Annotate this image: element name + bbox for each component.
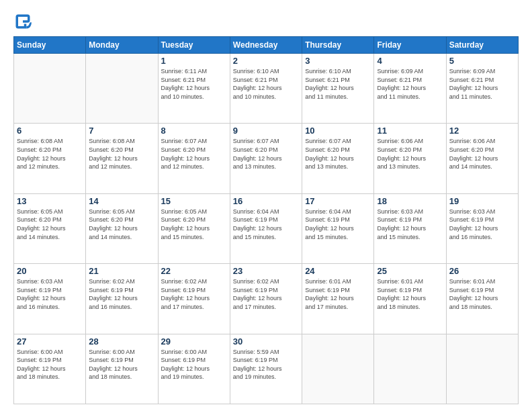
day-number: 26 (449, 266, 515, 276)
day-info: Sunrise: 6:10 AM Sunset: 6:21 PM Dayligh… (305, 67, 371, 101)
calendar-cell (302, 334, 374, 404)
calendar-cell: 6Sunrise: 6:08 AM Sunset: 6:20 PM Daylig… (14, 124, 86, 193)
day-number: 18 (377, 196, 443, 206)
day-number: 7 (89, 126, 154, 136)
calendar-cell: 10Sunrise: 6:07 AM Sunset: 6:20 PM Dayli… (302, 124, 374, 193)
day-number: 5 (449, 56, 515, 66)
day-info: Sunrise: 6:01 AM Sunset: 6:19 PM Dayligh… (449, 277, 515, 311)
calendar-cell: 20Sunrise: 6:03 AM Sunset: 6:19 PM Dayli… (14, 264, 86, 334)
day-number: 28 (89, 336, 154, 347)
calendar-cell: 2Sunrise: 6:10 AM Sunset: 6:21 PM Daylig… (230, 54, 302, 124)
calendar-cell: 15Sunrise: 6:05 AM Sunset: 6:20 PM Dayli… (158, 193, 230, 263)
day-number: 12 (449, 126, 515, 136)
weekday-header-wednesday: Wednesday (230, 37, 302, 54)
calendar-cell: 30Sunrise: 5:59 AM Sunset: 6:19 PM Dayli… (230, 334, 302, 404)
day-number: 25 (377, 266, 443, 276)
calendar-cell: 11Sunrise: 6:06 AM Sunset: 6:20 PM Dayli… (374, 124, 446, 193)
weekday-header-row: SundayMondayTuesdayWednesdayThursdayFrid… (14, 37, 519, 54)
calendar-week-1: 1Sunrise: 6:11 AM Sunset: 6:21 PM Daylig… (14, 54, 519, 124)
day-info: Sunrise: 6:03 AM Sunset: 6:19 PM Dayligh… (17, 277, 83, 311)
day-number: 30 (233, 336, 299, 347)
day-number: 19 (449, 196, 515, 206)
calendar-cell: 16Sunrise: 6:04 AM Sunset: 6:19 PM Dayli… (230, 193, 302, 263)
weekday-header-thursday: Thursday (302, 37, 374, 54)
day-info: Sunrise: 6:04 AM Sunset: 6:19 PM Dayligh… (233, 208, 299, 241)
calendar-week-2: 6Sunrise: 6:08 AM Sunset: 6:20 PM Daylig… (14, 124, 519, 193)
day-info: Sunrise: 6:01 AM Sunset: 6:19 PM Dayligh… (305, 277, 371, 311)
day-number: 24 (305, 266, 371, 276)
day-info: Sunrise: 6:03 AM Sunset: 6:19 PM Dayligh… (377, 208, 443, 241)
header (13, 12, 519, 31)
day-number: 9 (233, 126, 299, 136)
day-number: 4 (377, 56, 443, 66)
day-number: 6 (17, 126, 83, 136)
calendar-cell: 12Sunrise: 6:06 AM Sunset: 6:20 PM Dayli… (446, 124, 518, 193)
calendar-cell: 9Sunrise: 6:07 AM Sunset: 6:20 PM Daylig… (230, 124, 302, 193)
day-info: Sunrise: 6:09 AM Sunset: 6:21 PM Dayligh… (377, 67, 443, 101)
day-number: 16 (233, 196, 299, 206)
day-info: Sunrise: 6:00 AM Sunset: 6:19 PM Dayligh… (161, 348, 227, 381)
calendar-cell: 7Sunrise: 6:08 AM Sunset: 6:20 PM Daylig… (86, 124, 158, 193)
weekday-header-tuesday: Tuesday (158, 37, 230, 54)
day-info: Sunrise: 6:05 AM Sunset: 6:20 PM Dayligh… (17, 208, 83, 241)
day-number: 17 (305, 196, 371, 206)
calendar-cell: 26Sunrise: 6:01 AM Sunset: 6:19 PM Dayli… (446, 264, 518, 334)
day-info: Sunrise: 5:59 AM Sunset: 6:19 PM Dayligh… (233, 348, 299, 381)
day-info: Sunrise: 6:02 AM Sunset: 6:19 PM Dayligh… (233, 277, 299, 311)
weekday-header-monday: Monday (86, 37, 158, 54)
calendar-week-3: 13Sunrise: 6:05 AM Sunset: 6:20 PM Dayli… (14, 193, 519, 263)
calendar-cell: 25Sunrise: 6:01 AM Sunset: 6:19 PM Dayli… (374, 264, 446, 334)
day-info: Sunrise: 6:03 AM Sunset: 6:19 PM Dayligh… (449, 208, 515, 241)
day-number: 20 (17, 266, 83, 276)
day-info: Sunrise: 6:05 AM Sunset: 6:20 PM Dayligh… (161, 208, 227, 241)
calendar-cell: 27Sunrise: 6:00 AM Sunset: 6:19 PM Dayli… (14, 334, 86, 404)
calendar-cell: 28Sunrise: 6:00 AM Sunset: 6:19 PM Dayli… (86, 334, 158, 404)
calendar-cell: 1Sunrise: 6:11 AM Sunset: 6:21 PM Daylig… (158, 54, 230, 124)
calendar-week-4: 20Sunrise: 6:03 AM Sunset: 6:19 PM Dayli… (14, 264, 519, 334)
day-info: Sunrise: 6:07 AM Sunset: 6:20 PM Dayligh… (161, 137, 227, 171)
calendar-cell: 13Sunrise: 6:05 AM Sunset: 6:20 PM Dayli… (14, 193, 86, 263)
calendar-cell (374, 334, 446, 404)
weekday-header-sunday: Sunday (14, 37, 86, 54)
calendar-cell: 21Sunrise: 6:02 AM Sunset: 6:19 PM Dayli… (86, 264, 158, 334)
day-number: 13 (17, 196, 83, 206)
day-number: 29 (161, 336, 227, 347)
calendar-cell: 17Sunrise: 6:04 AM Sunset: 6:19 PM Dayli… (302, 193, 374, 263)
day-number: 8 (161, 126, 227, 136)
day-info: Sunrise: 6:02 AM Sunset: 6:19 PM Dayligh… (161, 277, 227, 311)
calendar-cell: 29Sunrise: 6:00 AM Sunset: 6:19 PM Dayli… (158, 334, 230, 404)
day-info: Sunrise: 6:01 AM Sunset: 6:19 PM Dayligh… (377, 277, 443, 311)
day-number: 14 (89, 196, 154, 206)
day-info: Sunrise: 6:10 AM Sunset: 6:21 PM Dayligh… (233, 67, 299, 101)
calendar-cell: 5Sunrise: 6:09 AM Sunset: 6:21 PM Daylig… (446, 54, 518, 124)
day-info: Sunrise: 6:07 AM Sunset: 6:20 PM Dayligh… (233, 137, 299, 171)
day-info: Sunrise: 6:08 AM Sunset: 6:20 PM Dayligh… (89, 137, 154, 171)
day-info: Sunrise: 6:00 AM Sunset: 6:19 PM Dayligh… (89, 348, 154, 381)
day-number: 23 (233, 266, 299, 276)
day-number: 2 (233, 56, 299, 66)
day-info: Sunrise: 6:11 AM Sunset: 6:21 PM Dayligh… (161, 67, 227, 101)
day-info: Sunrise: 6:06 AM Sunset: 6:20 PM Dayligh… (449, 137, 515, 171)
logo (13, 12, 35, 31)
day-info: Sunrise: 6:02 AM Sunset: 6:19 PM Dayligh… (89, 277, 154, 311)
day-number: 10 (305, 126, 371, 136)
day-info: Sunrise: 6:06 AM Sunset: 6:20 PM Dayligh… (377, 137, 443, 171)
day-info: Sunrise: 6:05 AM Sunset: 6:20 PM Dayligh… (89, 208, 154, 241)
calendar-cell: 14Sunrise: 6:05 AM Sunset: 6:20 PM Dayli… (86, 193, 158, 263)
day-info: Sunrise: 6:07 AM Sunset: 6:20 PM Dayligh… (305, 137, 371, 171)
day-info: Sunrise: 6:08 AM Sunset: 6:20 PM Dayligh… (17, 137, 83, 171)
day-number: 3 (305, 56, 371, 66)
day-number: 21 (89, 266, 154, 276)
calendar-week-5: 27Sunrise: 6:00 AM Sunset: 6:19 PM Dayli… (14, 334, 519, 404)
day-info: Sunrise: 6:04 AM Sunset: 6:19 PM Dayligh… (305, 208, 371, 241)
calendar-cell: 8Sunrise: 6:07 AM Sunset: 6:20 PM Daylig… (158, 124, 230, 193)
calendar-cell: 22Sunrise: 6:02 AM Sunset: 6:19 PM Dayli… (158, 264, 230, 334)
calendar-cell: 18Sunrise: 6:03 AM Sunset: 6:19 PM Dayli… (374, 193, 446, 263)
logo-icon (13, 12, 32, 31)
calendar-cell: 3Sunrise: 6:10 AM Sunset: 6:21 PM Daylig… (302, 54, 374, 124)
day-info: Sunrise: 6:00 AM Sunset: 6:19 PM Dayligh… (17, 348, 83, 381)
calendar-cell: 19Sunrise: 6:03 AM Sunset: 6:19 PM Dayli… (446, 193, 518, 263)
calendar-cell: 23Sunrise: 6:02 AM Sunset: 6:19 PM Dayli… (230, 264, 302, 334)
calendar-cell: 4Sunrise: 6:09 AM Sunset: 6:21 PM Daylig… (374, 54, 446, 124)
weekday-header-friday: Friday (374, 37, 446, 54)
